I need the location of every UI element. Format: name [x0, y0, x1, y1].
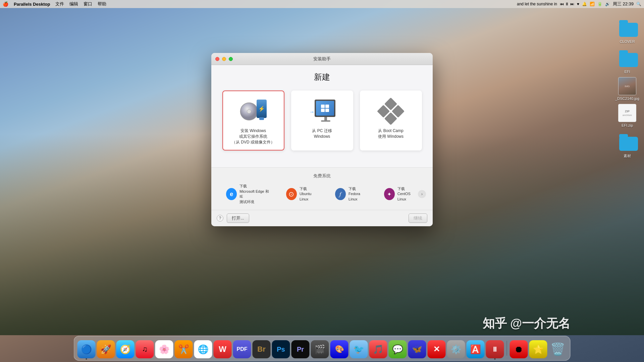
option-install-windows[interactable]: ⚡ 安装 Windows或其它操作系统（从 DVD 或镜像文件） — [222, 90, 284, 150]
dock-trash[interactable]: 🗑️ — [549, 340, 567, 358]
volume-icon[interactable]: 🔊 — [605, 2, 610, 6]
menu-file[interactable]: 文件 — [55, 1, 64, 7]
menu-edit[interactable]: 编辑 — [69, 1, 78, 7]
clock: 周三 22:39 — [613, 1, 634, 7]
dock-wechat[interactable]: 💬 — [389, 340, 407, 358]
continue-button[interactable]: 继续 — [409, 214, 427, 223]
dock-settings[interactable]: ⚙️ — [447, 340, 465, 358]
svg-rect-5 — [619, 134, 628, 138]
window-minimize-button[interactable] — [222, 57, 226, 61]
dock: 🔵 🚀 🧭 ♫ 🌸 ✂️ 🌐 W PDF Br Ps Pr 🎬 — [74, 336, 571, 361]
dock-xmind[interactable]: ✕ — [428, 340, 446, 358]
svg-rect-1 — [619, 20, 628, 24]
desktop-icon-photo[interactable]: IMG _DSC2140.jpg — [614, 77, 641, 101]
desktop-icons: CLOVER EFI IMG _DSC2140.jpg ZIP archive … — [610, 13, 644, 162]
desktop-icon-clover[interactable]: CLOVER — [614, 17, 641, 44]
dock-pockity[interactable]: ✂️ — [175, 340, 193, 358]
menubar: 🍎 Parallels Desktop 文件 编辑 窗口 帮助 and let … — [0, 0, 644, 8]
scroll-right-arrow[interactable]: › — [418, 190, 426, 198]
dock-screenrec[interactable]: ⏺ — [510, 340, 528, 358]
efizip-label: EFI.zip — [622, 123, 633, 127]
window-main-content: 新建 — [211, 65, 433, 167]
dock-fcpx[interactable]: 🎬 — [311, 340, 329, 358]
dock-icons8[interactable]: 🎨 — [330, 340, 348, 358]
finder-dot — [86, 358, 87, 360]
dock-twitter[interactable]: 🐦 — [350, 340, 368, 358]
dock-photos[interactable]: 🌸 — [155, 340, 173, 358]
window-maximize-button[interactable] — [229, 57, 233, 61]
free-system-fedora[interactable]: 𝑓 下载 Fedora Linux — [327, 186, 376, 202]
svg-rect-3 — [619, 50, 628, 54]
menubar-left: 🍎 Parallels Desktop 文件 编辑 窗口 帮助 — [3, 1, 517, 7]
desktop-icon-materials[interactable]: 素材 — [614, 131, 641, 159]
bootcamp-label: 从 Boot Camp使用 Windows — [378, 128, 404, 139]
window-bottom-bar: ? 打开... 继续 — [211, 210, 433, 226]
battery-icon[interactable]: 🔋 — [597, 2, 602, 6]
dock-separator — [507, 341, 507, 356]
dock-appstore[interactable]: 🅰️ — [467, 340, 485, 358]
dock-photoshop[interactable]: Ps — [272, 340, 290, 358]
option-migrate-pc[interactable]: → — [291, 90, 353, 150]
edge-icon: e — [226, 188, 237, 200]
menu-help[interactable]: 帮助 — [98, 1, 106, 7]
photo-label: _DSC2140.jpg — [615, 97, 639, 101]
help-button[interactable]: ? — [217, 215, 223, 222]
dock-safari[interactable]: 🧭 — [116, 340, 135, 358]
apple-menu[interactable]: 🍎 — [3, 1, 8, 7]
free-systems-section: 免费系统 e 下载 Microsoft Edge 和 IE测试环境 ⊙ 下载 — [211, 167, 433, 210]
desktop-icon-efi[interactable]: EFI — [614, 47, 641, 74]
heart-icon: ♥ — [577, 2, 579, 6]
ubuntu-icon: ⊙ — [286, 188, 297, 200]
free-system-edge[interactable]: e 下载 Microsoft Edge 和 IE测试环境 — [218, 184, 278, 204]
search-icon[interactable]: 🔍 — [636, 2, 641, 6]
wifi-icon[interactable]: 📶 — [590, 2, 595, 6]
centos-text: 下载 CentOS Linux — [397, 186, 418, 202]
dock-music[interactable]: ♫ — [136, 340, 154, 358]
dock-premiere[interactable]: Pr — [291, 340, 310, 358]
watermark: 知乎 @一介无名 — [483, 315, 570, 332]
edge-text: 下载 Microsoft Edge 和 IE测试环境 — [239, 184, 270, 204]
section-title: 新建 — [218, 72, 426, 82]
migrate-pc-label: 从 PC 迁移Windows — [312, 128, 332, 139]
parallels-dot — [494, 358, 496, 360]
svg-rect-0 — [619, 23, 638, 37]
status-text: and let the sunshine in — [517, 2, 557, 6]
window-titlebar: 安装助手 — [211, 53, 433, 65]
free-systems-title: 免费系统 — [218, 173, 426, 179]
materials-label: 素材 — [624, 154, 631, 159]
parallels-window: 安装助手 新建 — [211, 53, 433, 226]
install-windows-icon: ⚡ — [240, 98, 267, 125]
media-controls[interactable]: ⏮ ⏸ ⏭ — [560, 2, 574, 6]
dock-amphetamine[interactable]: ⭐ — [529, 340, 547, 358]
desktop-icon-efizip[interactable]: ZIP archive EFI.zip — [614, 104, 641, 127]
notification-icon[interactable]: 🔔 — [582, 2, 587, 6]
dock-wps[interactable]: W — [214, 340, 232, 358]
dock-chrome[interactable]: 🌐 — [194, 340, 212, 358]
dock-netease[interactable]: 🎵 — [369, 340, 387, 358]
dock-kugou[interactable]: 🦋 — [408, 340, 426, 358]
menubar-right: and let the sunshine in ⏮ ⏸ ⏭ ♥ 🔔 📶 🔋 🔊 … — [517, 1, 641, 7]
svg-rect-4 — [619, 137, 638, 151]
clover-label: CLOVER — [620, 40, 635, 44]
dock-pdf[interactable]: PDF — [233, 340, 251, 358]
bootcamp-icon — [377, 98, 404, 125]
svg-point-7 — [247, 110, 251, 114]
free-systems-row: e 下载 Microsoft Edge 和 IE测试环境 ⊙ 下载 Ubuntu… — [218, 184, 426, 204]
ubuntu-text: 下载 Ubuntu Linux — [300, 186, 319, 202]
svg-rect-2 — [619, 53, 638, 67]
install-windows-label: 安装 Windows或其它操作系统（从 DVD 或镜像文件） — [232, 128, 275, 145]
app-name[interactable]: Parallels Desktop — [14, 2, 50, 7]
dock-bridge[interactable]: Br — [253, 340, 271, 358]
dock-launchpad[interactable]: 🚀 — [97, 340, 115, 358]
dock-finder[interactable]: 🔵 — [77, 340, 96, 358]
window-controls — [215, 57, 233, 61]
menu-window[interactable]: 窗口 — [84, 1, 92, 7]
bottom-left-controls: ? 打开... — [217, 214, 249, 223]
open-button[interactable]: 打开... — [227, 214, 249, 223]
option-bootcamp[interactable]: 从 Boot Camp使用 Windows — [360, 90, 422, 150]
migrate-pc-icon: → — [309, 98, 335, 125]
free-system-ubuntu[interactable]: ⊙ 下载 Ubuntu Linux — [278, 186, 327, 202]
dock-parallels[interactable]: ⏸ — [486, 340, 504, 358]
fedora-text: 下载 Fedora Linux — [348, 186, 368, 202]
window-close-button[interactable] — [215, 57, 219, 61]
